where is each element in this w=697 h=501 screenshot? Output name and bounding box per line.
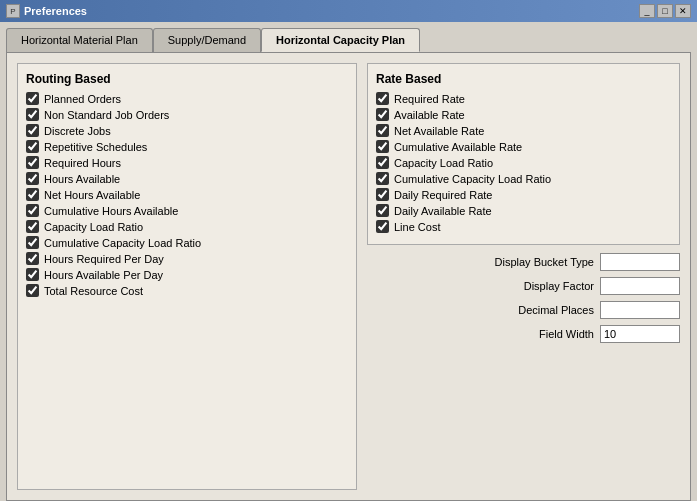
tab-supply-demand[interactable]: Supply/Demand bbox=[153, 28, 261, 52]
rate-item-5: Cumulative Capacity Load Ratio bbox=[376, 172, 671, 185]
rate-checkbox-3[interactable] bbox=[376, 140, 389, 153]
settings-input-2[interactable] bbox=[600, 301, 680, 319]
rate-label-7: Daily Available Rate bbox=[394, 205, 492, 217]
routing-label-0: Planned Orders bbox=[44, 93, 121, 105]
routing-checkbox-0[interactable] bbox=[26, 92, 39, 105]
rate-checkbox-2[interactable] bbox=[376, 124, 389, 137]
settings-label-3: Field Width bbox=[484, 328, 594, 340]
rate-checkbox-0[interactable] bbox=[376, 92, 389, 105]
tabs-bar: Horizontal Material Plan Supply/Demand H… bbox=[6, 28, 691, 52]
routing-item-11: Hours Available Per Day bbox=[26, 268, 348, 281]
tab-horizontal-capacity[interactable]: Horizontal Capacity Plan bbox=[261, 28, 420, 52]
routing-item-4: Required Hours bbox=[26, 156, 348, 169]
minimize-button[interactable]: _ bbox=[639, 4, 655, 18]
routing-item-8: Capacity Load Ratio bbox=[26, 220, 348, 233]
settings-input-0[interactable] bbox=[600, 253, 680, 271]
routing-label-12: Total Resource Cost bbox=[44, 285, 143, 297]
routing-item-1: Non Standard Job Orders bbox=[26, 108, 348, 121]
routing-item-9: Cumulative Capacity Load Ratio bbox=[26, 236, 348, 249]
settings-row-3: Field Width bbox=[367, 325, 680, 343]
routing-checkbox-8[interactable] bbox=[26, 220, 39, 233]
rate-based-title: Rate Based bbox=[376, 72, 671, 86]
rate-item-0: Required Rate bbox=[376, 92, 671, 105]
routing-checkbox-3[interactable] bbox=[26, 140, 39, 153]
routing-item-2: Discrete Jobs bbox=[26, 124, 348, 137]
routing-item-3: Repetitive Schedules bbox=[26, 140, 348, 153]
window-title: Preferences bbox=[24, 5, 87, 17]
maximize-button[interactable]: □ bbox=[657, 4, 673, 18]
routing-item-5: Hours Available bbox=[26, 172, 348, 185]
rate-based-panel: Rate Based Required RateAvailable RateNe… bbox=[367, 63, 680, 245]
routing-label-8: Capacity Load Ratio bbox=[44, 221, 143, 233]
routing-label-4: Required Hours bbox=[44, 157, 121, 169]
routing-item-10: Hours Required Per Day bbox=[26, 252, 348, 265]
settings-input-1[interactable] bbox=[600, 277, 680, 295]
settings-label-2: Decimal Places bbox=[484, 304, 594, 316]
routing-label-5: Hours Available bbox=[44, 173, 120, 185]
app-icon: P bbox=[6, 4, 20, 18]
rate-checkbox-6[interactable] bbox=[376, 188, 389, 201]
routing-item-7: Cumulative Hours Available bbox=[26, 204, 348, 217]
rate-checkbox-7[interactable] bbox=[376, 204, 389, 217]
routing-checkbox-7[interactable] bbox=[26, 204, 39, 217]
settings-input-3[interactable] bbox=[600, 325, 680, 343]
routing-checkbox-10[interactable] bbox=[26, 252, 39, 265]
routing-label-9: Cumulative Capacity Load Ratio bbox=[44, 237, 201, 249]
routing-checkbox-11[interactable] bbox=[26, 268, 39, 281]
rate-label-3: Cumulative Available Rate bbox=[394, 141, 522, 153]
rate-item-6: Daily Required Rate bbox=[376, 188, 671, 201]
title-bar: P Preferences _ □ ✕ bbox=[0, 0, 697, 22]
settings-label-0: Display Bucket Type bbox=[484, 256, 594, 268]
rate-item-4: Capacity Load Ratio bbox=[376, 156, 671, 169]
rate-item-7: Daily Available Rate bbox=[376, 204, 671, 217]
close-button[interactable]: ✕ bbox=[675, 4, 691, 18]
rate-label-6: Daily Required Rate bbox=[394, 189, 492, 201]
rate-item-8: Line Cost bbox=[376, 220, 671, 233]
routing-label-7: Cumulative Hours Available bbox=[44, 205, 178, 217]
settings-row-1: Display Factor bbox=[367, 277, 680, 295]
routing-checkbox-1[interactable] bbox=[26, 108, 39, 121]
routing-item-6: Net Hours Available bbox=[26, 188, 348, 201]
routing-label-3: Repetitive Schedules bbox=[44, 141, 147, 153]
routing-checkbox-5[interactable] bbox=[26, 172, 39, 185]
rate-label-1: Available Rate bbox=[394, 109, 465, 121]
routing-label-10: Hours Required Per Day bbox=[44, 253, 164, 265]
tab-horizontal-material[interactable]: Horizontal Material Plan bbox=[6, 28, 153, 52]
routing-checkbox-2[interactable] bbox=[26, 124, 39, 137]
rate-checkbox-4[interactable] bbox=[376, 156, 389, 169]
rate-checkbox-8[interactable] bbox=[376, 220, 389, 233]
tab-content: Routing Based Planned OrdersNon Standard… bbox=[6, 52, 691, 501]
routing-based-title: Routing Based bbox=[26, 72, 348, 86]
rate-item-2: Net Available Rate bbox=[376, 124, 671, 137]
routing-checkbox-12[interactable] bbox=[26, 284, 39, 297]
routing-label-1: Non Standard Job Orders bbox=[44, 109, 169, 121]
rate-item-3: Cumulative Available Rate bbox=[376, 140, 671, 153]
rate-label-5: Cumulative Capacity Load Ratio bbox=[394, 173, 551, 185]
settings-panel: Display Bucket TypeDisplay FactorDecimal… bbox=[367, 253, 680, 349]
routing-item-12: Total Resource Cost bbox=[26, 284, 348, 297]
routing-based-items: Planned OrdersNon Standard Job OrdersDis… bbox=[26, 92, 348, 297]
routing-label-2: Discrete Jobs bbox=[44, 125, 111, 137]
rate-checkbox-1[interactable] bbox=[376, 108, 389, 121]
settings-row-0: Display Bucket Type bbox=[367, 253, 680, 271]
settings-row-2: Decimal Places bbox=[367, 301, 680, 319]
routing-based-panel: Routing Based Planned OrdersNon Standard… bbox=[17, 63, 357, 490]
routing-label-11: Hours Available Per Day bbox=[44, 269, 163, 281]
routing-checkbox-6[interactable] bbox=[26, 188, 39, 201]
rate-checkbox-5[interactable] bbox=[376, 172, 389, 185]
settings-label-1: Display Factor bbox=[484, 280, 594, 292]
rate-label-0: Required Rate bbox=[394, 93, 465, 105]
routing-item-0: Planned Orders bbox=[26, 92, 348, 105]
rate-item-1: Available Rate bbox=[376, 108, 671, 121]
rate-label-4: Capacity Load Ratio bbox=[394, 157, 493, 169]
routing-checkbox-4[interactable] bbox=[26, 156, 39, 169]
rate-label-2: Net Available Rate bbox=[394, 125, 484, 137]
rate-label-8: Line Cost bbox=[394, 221, 440, 233]
routing-checkbox-9[interactable] bbox=[26, 236, 39, 249]
right-panel: Rate Based Required RateAvailable RateNe… bbox=[367, 63, 680, 490]
rate-based-items: Required RateAvailable RateNet Available… bbox=[376, 92, 671, 233]
routing-label-6: Net Hours Available bbox=[44, 189, 140, 201]
